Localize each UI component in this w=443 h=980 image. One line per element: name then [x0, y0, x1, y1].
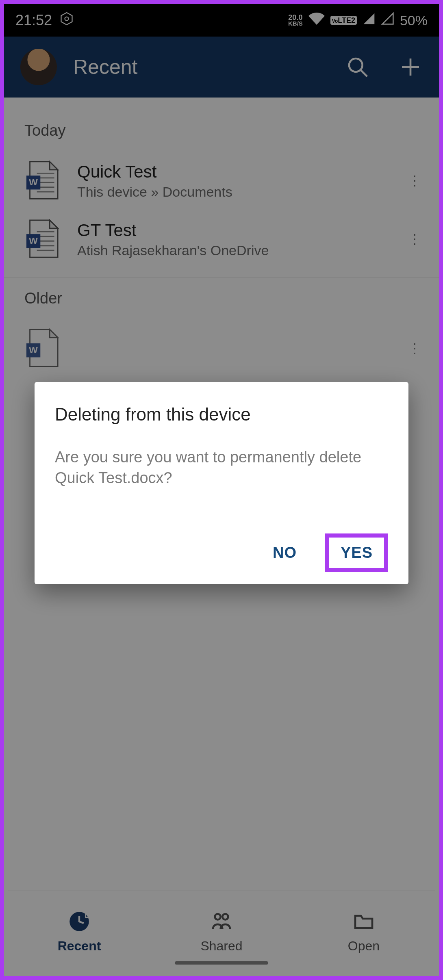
dialog-body: Are you sure you want to permanently del…: [55, 447, 388, 489]
yes-button[interactable]: YES: [325, 533, 388, 572]
no-button[interactable]: NO: [261, 535, 309, 570]
dialog-title: Deleting from this device: [55, 404, 388, 425]
delete-confirmation-dialog: Deleting from this device Are you sure y…: [35, 382, 408, 584]
